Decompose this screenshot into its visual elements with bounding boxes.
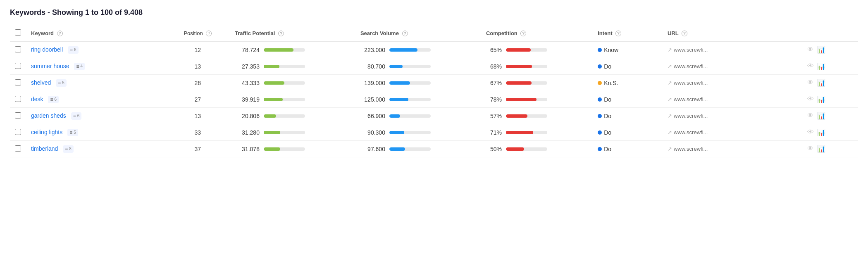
url-text[interactable]: www.screwfi... <box>674 80 708 86</box>
keyword-cell: shelved ≡ 5 <box>26 75 166 91</box>
url-text[interactable]: www.screwfi... <box>674 146 708 152</box>
competition-value: 78% <box>486 96 588 103</box>
row-checkbox-cell[interactable] <box>10 58 26 75</box>
serp-features-icon[interactable]: ≡ 6 <box>68 46 79 54</box>
row-checkbox-cell[interactable] <box>10 141 26 157</box>
url-text[interactable]: www.screwfi... <box>674 63 708 69</box>
external-link-icon[interactable]: ↗ <box>668 80 672 86</box>
intent-badge: Do <box>598 129 658 136</box>
serp-badge[interactable]: ≡ 6 <box>71 112 82 120</box>
eye-icon[interactable]: 👁 <box>807 95 814 103</box>
eye-icon[interactable]: 👁 <box>807 128 814 136</box>
external-link-icon[interactable]: ↗ <box>668 96 672 102</box>
intent-badge: Do <box>598 113 658 119</box>
traffic-bar-track <box>264 81 305 85</box>
traffic-potential-value: 39.919 <box>235 96 351 103</box>
row-checkbox-cell[interactable] <box>10 124 26 141</box>
intent-cell: Kn.S. <box>593 75 663 91</box>
eye-icon[interactable]: 👁 <box>807 46 814 54</box>
chart-icon[interactable]: 📊 <box>817 79 825 87</box>
eye-icon[interactable]: 👁 <box>807 62 814 70</box>
url-text[interactable]: www.screwfi... <box>674 129 708 135</box>
traffic-potential-help-icon[interactable]: ? <box>278 31 284 36</box>
row-checkbox-cell[interactable] <box>10 91 26 108</box>
action-icons: 👁 📊 <box>807 79 853 87</box>
chart-icon[interactable]: 📊 <box>817 112 825 120</box>
keyword-help-icon[interactable]: ? <box>57 31 63 36</box>
search-volume-bar-fill <box>389 147 405 151</box>
row-checkbox[interactable] <box>15 112 21 119</box>
search-volume-value: 66.900 <box>360 113 476 119</box>
competition-value: 50% <box>486 146 588 152</box>
intent-badge: Do <box>598 146 658 152</box>
header-checkbox-cell[interactable] <box>10 25 26 41</box>
url-text[interactable]: www.screwfi... <box>674 113 708 119</box>
url-help-icon[interactable]: ? <box>682 31 687 36</box>
keyword-link[interactable]: garden sheds <box>31 112 66 119</box>
serp-badge[interactable]: ≡ 8 <box>63 145 74 153</box>
row-checkbox[interactable] <box>15 145 21 152</box>
url-text[interactable]: www.screwfi... <box>674 96 708 102</box>
header-position: Position ? <box>166 25 230 41</box>
serp-features-icon[interactable]: ≡ 4 <box>74 63 85 70</box>
serp-features-icon[interactable]: ≡ 6 <box>71 112 82 120</box>
traffic-number: 31.280 <box>235 129 260 136</box>
position-value: 13 <box>195 63 201 70</box>
competition-value: 71% <box>486 129 588 136</box>
url-value: ↗ www.screwfi... <box>668 47 797 53</box>
traffic-number: 78.724 <box>235 47 260 53</box>
serp-features-icon[interactable]: ≡ 8 <box>63 145 74 153</box>
external-link-icon[interactable]: ↗ <box>668 113 672 119</box>
traffic-bar-track <box>264 114 305 118</box>
competition-value: 67% <box>486 80 588 86</box>
traffic-potential-value: 27.353 <box>235 63 351 70</box>
serp-badge[interactable]: ≡ 4 <box>74 63 85 70</box>
chart-icon[interactable]: 📊 <box>817 46 825 54</box>
eye-icon[interactable]: 👁 <box>807 112 814 120</box>
keyword-link[interactable]: ceiling lights <box>31 129 62 135</box>
url-value: ↗ www.screwfi... <box>668 63 797 69</box>
row-checkbox-cell[interactable] <box>10 75 26 91</box>
keyword-link[interactable]: timberland <box>31 145 58 152</box>
intent-dot <box>598 130 602 135</box>
row-checkbox[interactable] <box>15 79 21 85</box>
chart-icon[interactable]: 📊 <box>817 95 825 103</box>
serp-features-icon[interactable]: ≡ 6 <box>48 96 59 103</box>
competition-help-icon[interactable]: ? <box>520 31 526 36</box>
row-checkbox[interactable] <box>15 46 21 52</box>
select-all-checkbox[interactable] <box>15 29 21 36</box>
actions-cell: 👁 📊 <box>802 108 858 124</box>
chart-icon[interactable]: 📊 <box>817 62 825 70</box>
serp-features-icon[interactable]: ≡ 5 <box>56 79 67 87</box>
external-link-icon[interactable]: ↗ <box>668 63 672 69</box>
chart-icon[interactable]: 📊 <box>817 128 825 136</box>
eye-icon[interactable]: 👁 <box>807 145 814 153</box>
serp-badge[interactable]: ≡ 5 <box>67 129 78 136</box>
search-volume-value: 223.000 <box>360 47 476 53</box>
search-volume-help-icon[interactable]: ? <box>402 31 408 36</box>
keyword-link[interactable]: ring doorbell <box>31 46 63 53</box>
external-link-icon[interactable]: ↗ <box>668 47 672 53</box>
chart-icon[interactable]: 📊 <box>817 145 825 153</box>
search-volume-bar-track <box>389 147 431 151</box>
keyword-link[interactable]: shelved <box>31 79 51 86</box>
row-checkbox[interactable] <box>15 129 21 135</box>
row-checkbox[interactable] <box>15 63 21 69</box>
row-checkbox-cell[interactable] <box>10 108 26 124</box>
url-text[interactable]: www.screwfi... <box>674 47 708 53</box>
keyword-link[interactable]: summer house <box>31 63 69 69</box>
serp-badge[interactable]: ≡ 6 <box>48 96 59 103</box>
serp-count: 5 <box>62 81 64 85</box>
row-checkbox[interactable] <box>15 96 21 102</box>
search-volume-bar-fill <box>389 48 417 52</box>
external-link-icon[interactable]: ↗ <box>668 129 672 135</box>
serp-badge[interactable]: ≡ 5 <box>56 79 67 87</box>
serp-features-icon[interactable]: ≡ 5 <box>67 129 78 136</box>
position-help-icon[interactable]: ? <box>206 31 212 36</box>
serp-badge[interactable]: ≡ 6 <box>68 46 79 54</box>
keyword-link[interactable]: desk <box>31 96 43 102</box>
external-link-icon[interactable]: ↗ <box>668 146 672 152</box>
intent-help-icon[interactable]: ? <box>615 31 621 36</box>
row-checkbox-cell[interactable] <box>10 41 26 58</box>
eye-icon[interactable]: 👁 <box>807 79 814 87</box>
